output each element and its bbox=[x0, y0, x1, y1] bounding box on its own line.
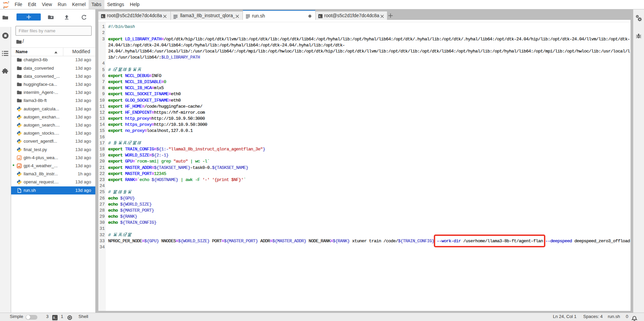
svg-text:$_: $_ bbox=[319, 15, 322, 17]
svg-text:$_: $_ bbox=[102, 15, 105, 17]
svg-text:$_: $_ bbox=[53, 316, 57, 320]
